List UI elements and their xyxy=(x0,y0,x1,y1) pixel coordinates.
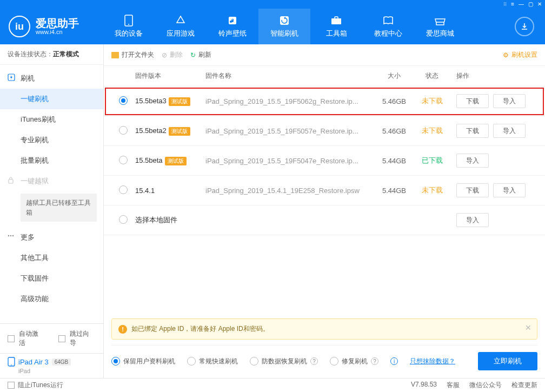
check-update-link[interactable]: 检查更新 xyxy=(511,381,537,390)
import-button[interactable]: 导入 xyxy=(493,124,526,138)
block-itunes-checkbox[interactable] xyxy=(8,382,15,389)
sidebar-item-othertools[interactable]: 其他工具 xyxy=(0,248,103,268)
maximize-icon[interactable]: ▢ xyxy=(528,1,533,7)
logo-area: iu 爱思助手 www.i4.cn xyxy=(0,16,103,37)
firmware-row[interactable]: 15.4.1iPad_Spring_2019_15.4.1_19E258_Res… xyxy=(104,176,545,205)
warning-banner: ! 如已绑定 Apple ID，请准备好 Apple ID和密码。 ✕ xyxy=(111,318,537,340)
warning-icon: ! xyxy=(118,325,127,334)
auto-activate-label: 自动激活 xyxy=(19,329,45,348)
local-firmware-label: 选择本地固件 xyxy=(135,215,205,225)
sidebar-group-flash[interactable]: 刷机 xyxy=(0,68,103,89)
refresh-button[interactable]: ↻刷新 xyxy=(190,50,211,59)
nav-apps[interactable]: 应用游戏 xyxy=(155,9,207,44)
local-firmware-row[interactable]: 选择本地固件导入 xyxy=(104,205,545,235)
sidebar-item-pro[interactable]: 专业刷机 xyxy=(0,130,103,150)
device-storage: 64GB xyxy=(52,358,71,366)
bottom-panel: ! 如已绑定 Apple ID，请准备好 Apple ID和密码。 ✕ 保留用户… xyxy=(104,318,545,378)
select-radio[interactable] xyxy=(119,126,128,135)
sidebar-item-batch[interactable]: 批量刷机 xyxy=(0,150,103,171)
sidebar-item-itunes[interactable]: iTunes刷机 xyxy=(0,109,103,130)
select-radio[interactable] xyxy=(119,215,128,224)
jailbreak-note: 越狱工具已转移至工具箱 xyxy=(21,194,97,222)
close-warning-button[interactable]: ✕ xyxy=(525,323,531,332)
import-button[interactable]: 导入 xyxy=(493,183,526,197)
wechat-link[interactable]: 微信公众号 xyxy=(469,381,502,390)
warning-text: 如已绑定 Apple ID，请准备好 Apple ID和密码。 xyxy=(131,324,269,334)
info-icon[interactable]: i xyxy=(390,357,398,365)
sidebar-group-more[interactable]: 更多 xyxy=(0,227,103,248)
refresh-icon xyxy=(278,15,290,26)
open-folder-button[interactable]: 打开文件夹 xyxy=(111,50,154,59)
sidebar-item-oneclick[interactable]: 一键刷机 xyxy=(0,89,103,109)
firmware-filename: iPad_Spring_2019_15.4.1_19E258_Restore.i… xyxy=(205,187,375,195)
app-url: www.i4.cn xyxy=(36,29,79,35)
nav-toolbox[interactable]: 工具箱 xyxy=(310,9,362,44)
skip-guide-label: 跳过向导 xyxy=(70,329,96,348)
lock-icon xyxy=(8,176,14,185)
start-flash-button[interactable]: 立即刷机 xyxy=(478,352,537,370)
svg-point-12 xyxy=(11,364,12,366)
import-button[interactable]: 导入 xyxy=(456,154,489,168)
table-header: 固件版本 固件名称 大小 状态 操作 xyxy=(104,66,545,87)
firmware-row[interactable]: 15.5beta2测试版iPad_Spring_2019_15.5_19F505… xyxy=(104,116,545,146)
firmware-status: 未下载 xyxy=(413,185,451,195)
help-icon[interactable]: ? xyxy=(310,357,318,365)
opt-normal[interactable]: 常规快速刷机 xyxy=(187,357,238,366)
sidebar-item-downloadfw[interactable]: 下载固件 xyxy=(0,268,103,289)
flash-settings-button[interactable]: ⚙刷机设置 xyxy=(503,50,537,59)
connection-status: 设备连接状态：正常模式 xyxy=(0,44,103,65)
import-button[interactable]: 导入 xyxy=(493,94,526,108)
nav-ringtones[interactable]: 铃声壁纸 xyxy=(207,9,258,44)
skip-guide-checkbox[interactable] xyxy=(58,335,65,342)
opt-keep-data[interactable]: 保留用户资料刷机 xyxy=(111,357,175,366)
svg-rect-5 xyxy=(335,17,338,19)
select-radio[interactable] xyxy=(119,185,128,194)
nav-tutorials[interactable]: 教程中心 xyxy=(362,9,414,44)
help-icon[interactable]: ? xyxy=(371,357,378,365)
apps-icon xyxy=(175,15,187,26)
firmware-list: 15.5beta3测试版iPad_Spring_2019_15.5_19F506… xyxy=(104,87,545,235)
app-name: 爱思助手 xyxy=(36,18,79,29)
radio-icon xyxy=(330,357,338,366)
nav-my-device[interactable]: 我的设备 xyxy=(103,9,155,44)
firmware-version: 15.5beta3 xyxy=(135,97,167,105)
store-icon xyxy=(434,15,446,26)
titlebar-menu-icon[interactable]: ⁝⁝ xyxy=(503,1,507,7)
nav-label: 教程中心 xyxy=(374,29,402,38)
nav-flash[interactable]: 智能刷机 xyxy=(258,9,310,44)
firmware-size: 5.46GB xyxy=(375,127,413,135)
toolbox-icon xyxy=(330,15,342,26)
firmware-status: 未下载 xyxy=(413,96,451,106)
firmware-filename: iPad_Spring_2019_15.5_19F5047e_Restore.i… xyxy=(205,157,375,165)
erase-data-link[interactable]: 只想抹除数据？ xyxy=(410,357,455,366)
download-manager-button[interactable] xyxy=(515,17,534,36)
nav-store[interactable]: 爱思商城 xyxy=(414,9,466,44)
minimize-icon[interactable]: — xyxy=(519,1,524,7)
service-link[interactable]: 客服 xyxy=(447,381,460,390)
window-titlebar: ⁝⁝ ≡ — ▢ ✕ xyxy=(0,0,545,9)
firmware-status: 未下载 xyxy=(413,126,451,136)
select-radio[interactable] xyxy=(119,156,128,164)
firmware-row[interactable]: 15.5beta测试版iPad_Spring_2019_15.5_19F5047… xyxy=(104,146,545,176)
sidebar-item-advanced[interactable]: 高级功能 xyxy=(0,289,103,309)
opt-antidata[interactable]: 防数据恢复刷机? xyxy=(250,357,318,366)
sidebar-options-row: 自动激活 跳过向导 xyxy=(0,324,103,353)
block-itunes-label: 阻止iTunes运行 xyxy=(18,381,63,390)
flash-icon xyxy=(8,74,15,83)
book-icon xyxy=(382,15,394,26)
close-icon[interactable]: ✕ xyxy=(537,1,542,7)
import-button[interactable]: 导入 xyxy=(456,213,489,227)
opt-repair[interactable]: 修复刷机? xyxy=(330,357,378,366)
main-nav: 我的设备 应用游戏 铃声壁纸 智能刷机 工具箱 教程中心 爱思商城 xyxy=(103,9,515,44)
select-radio[interactable] xyxy=(119,96,128,105)
auto-activate-checkbox[interactable] xyxy=(8,335,15,342)
download-button[interactable]: 下载 xyxy=(456,124,489,138)
th-status: 状态 xyxy=(413,71,451,81)
device-row[interactable]: iPad Air 3 64GB xyxy=(0,354,103,368)
titlebar-list-icon[interactable]: ≡ xyxy=(511,1,514,7)
download-button[interactable]: 下载 xyxy=(456,94,489,108)
download-button[interactable]: 下载 xyxy=(456,183,489,197)
firmware-row[interactable]: 15.5beta3测试版iPad_Spring_2019_15.5_19F506… xyxy=(104,87,545,116)
delete-button[interactable]: ⊘删除 xyxy=(162,50,183,59)
firmware-version: 15.4.1 xyxy=(135,187,155,195)
